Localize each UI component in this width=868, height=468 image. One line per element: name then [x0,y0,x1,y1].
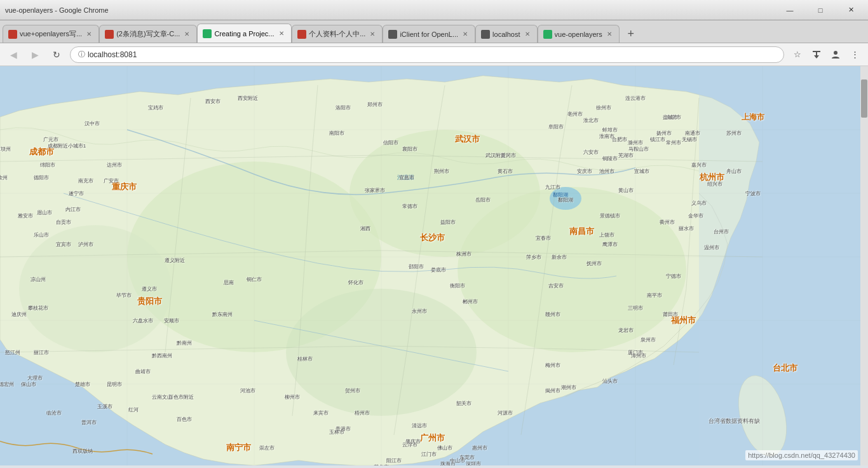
bookmark-button[interactable]: ☆ [789,46,806,63]
tab-favicon [481,30,490,39]
tab-tab6[interactable]: localhost✕ [475,25,537,43]
close-button[interactable]: ✕ [836,0,865,20]
tab-tab2[interactable]: (2条消息)写文章-C...✕ [99,25,197,43]
svg-text:河流渠: 河流渠 [397,174,414,181]
tab-label: vue+openlayers写... [20,29,82,39]
address-bar-actions: ☆ ⋮ [789,46,863,63]
tab-label: (2条消息)写文章-C... [116,29,180,39]
tab-bar: vue+openlayers写...✕(2条消息)写文章-C...✕Creati… [0,20,868,43]
tab-close-button[interactable]: ✕ [368,30,377,39]
tab-close-button[interactable]: ✕ [277,29,286,38]
window-title: vue-openlayers - Google Chrome [5,6,109,14]
tab-close-button[interactable]: ✕ [85,30,93,39]
tab-favicon [543,30,552,39]
tab-tab5[interactable]: iClient for OpenL...✕ [383,25,475,43]
tab-close-button[interactable]: ✕ [461,30,470,39]
tab-favicon [388,30,397,39]
minimize-button[interactable]: — [775,0,804,20]
scrollbar-thumb[interactable] [861,79,867,118]
svg-point-3 [834,51,837,55]
map-container[interactable]: 河流渠 鄱阳湖 [0,66,868,465]
download-icon[interactable] [808,46,825,63]
address-bar: ◀ ▶ ↻ ⓘ localhost:8081 ☆ ⋮ [0,43,868,66]
menu-button[interactable]: ⋮ [846,46,863,63]
svg-marker-2 [814,55,819,59]
svg-rect-0 [813,51,820,52]
maximize-button[interactable]: □ [806,0,835,20]
tab-favicon [203,29,212,38]
svg-point-9 [19,225,172,352]
tab-close-button[interactable]: ✕ [182,30,191,39]
tab-tab1[interactable]: vue+openlayers写...✕ [3,25,99,43]
tab-label: 个人资料-个人中... [309,29,366,39]
tab-close-button[interactable]: ✕ [523,30,532,39]
watermark: https://blog.csdn.net/qq_43274430 [745,450,858,460]
tab-label: iClient for OpenL... [400,31,458,38]
tab-tab7[interactable]: vue-openlayers✕ [538,25,620,43]
tab-favicon [297,30,306,39]
svg-point-7 [458,187,686,352]
tab-favicon [105,30,114,39]
title-bar-left: vue-openlayers - Google Chrome [3,6,109,14]
profile-button[interactable] [827,46,844,63]
window-controls: — □ ✕ [775,0,865,20]
url-bar[interactable]: ⓘ localhost:8081 [70,46,784,63]
tab-tab3[interactable]: Creating a Projec...✕ [197,24,291,43]
forward-button[interactable]: ▶ [27,46,43,63]
lock-icon: ⓘ [78,50,85,59]
tab-favicon [8,30,17,39]
refresh-button[interactable]: ↻ [48,46,65,63]
tab-tab4[interactable]: 个人资料-个人中...✕ [292,25,383,43]
tab-close-button[interactable]: ✕ [605,30,614,39]
map-svg: 河流渠 鄱阳湖 [0,66,868,465]
back-button[interactable]: ◀ [5,46,22,63]
map-scrollbar[interactable] [860,66,868,465]
tab-label: vue-openlayers [555,31,602,38]
tab-label: localhost [492,31,520,38]
svg-rect-14 [699,66,868,465]
new-tab-button[interactable]: + [622,25,640,43]
browser-frame: vue+openlayers写...✕(2条消息)写文章-C...✕Creati… [0,20,868,465]
url-text: localhost:8081 [88,50,137,59]
title-bar: vue-openlayers - Google Chrome — □ ✕ [0,0,868,20]
tab-label: Creating a Projec... [214,30,274,38]
